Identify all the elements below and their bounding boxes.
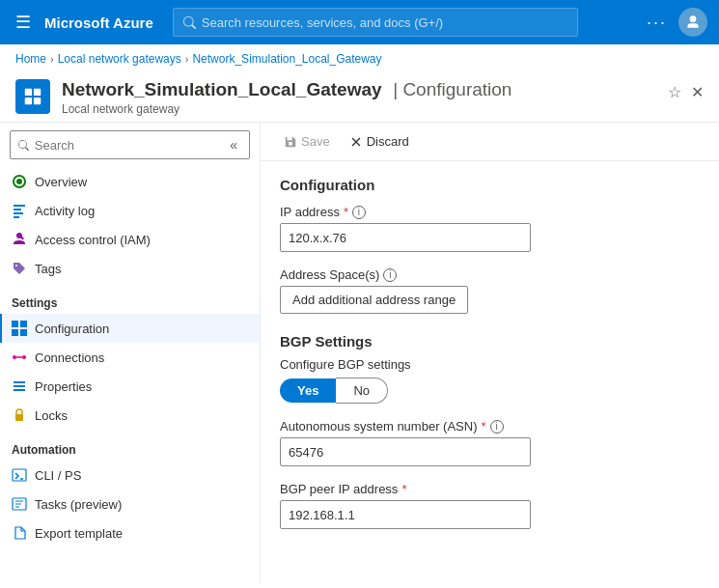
resource-header: Network_Simulation_Local_Gateway | Confi… [0, 73, 719, 123]
sidebar-item-overview-label: Overview [35, 175, 87, 189]
asn-info-icon[interactable]: i [490, 420, 504, 434]
resource-header-actions: ☆ ✕ [668, 79, 704, 101]
svg-point-12 [13, 355, 16, 359]
save-button[interactable]: Save [276, 130, 338, 153]
sidebar-item-properties[interactable]: Properties [0, 372, 260, 401]
sidebar-item-tasks[interactable]: Tasks (preview) [0, 490, 260, 518]
content-body: Configuration IP address * i Address Spa… [261, 161, 719, 560]
bgp-peer-required-marker: * [401, 482, 406, 496]
svg-rect-5 [14, 209, 21, 210]
asn-input[interactable] [280, 437, 531, 466]
bgp-peer-label: BGP peer IP address * [280, 482, 700, 496]
topbar-more-button[interactable]: ··· [647, 13, 667, 33]
tasks-icon [12, 496, 27, 512]
resource-title-block: Network_Simulation_Local_Gateway | Confi… [62, 79, 656, 116]
sidebar-item-locks[interactable]: Locks [0, 401, 260, 430]
ip-info-icon[interactable]: i [352, 206, 366, 219]
svg-rect-4 [14, 205, 25, 207]
breadcrumb-sep-1: › [50, 53, 54, 65]
sidebar-collapse-button[interactable]: « [226, 137, 241, 153]
sidebar-item-cli-label: CLI / PS [35, 468, 81, 483]
svg-rect-3 [34, 98, 41, 104]
search-icon [183, 16, 196, 29]
sidebar-item-export-label: Export template [35, 526, 123, 541]
address-space-label: Address Space(s) i [280, 267, 700, 282]
content-area: Save Discard Configuration IP address * … [261, 123, 719, 583]
svg-rect-11 [20, 329, 27, 336]
configure-bgp-label: Configure BGP settings [280, 357, 700, 372]
sidebar-settings-section: Settings [0, 283, 260, 314]
favorite-button[interactable]: ☆ [668, 83, 681, 101]
svg-point-13 [22, 355, 26, 359]
resource-icon [15, 79, 50, 114]
configuration-icon [12, 321, 27, 336]
sidebar-item-tags-label: Tags [35, 262, 61, 276]
breadcrumb-level2: Network_Simulation_Local_Gateway [192, 52, 381, 66]
breadcrumb: Home › Local network gateways › Network_… [0, 44, 719, 73]
hamburger-menu[interactable]: ☰ [12, 8, 35, 37]
sidebar-item-cli[interactable]: CLI / PS [0, 461, 260, 490]
config-section-title: Configuration [280, 177, 700, 193]
sidebar-search-icon [18, 139, 29, 152]
svg-rect-0 [25, 89, 32, 96]
svg-rect-10 [12, 329, 18, 336]
svg-rect-9 [20, 321, 27, 327]
azure-logo: Microsoft Azure [44, 14, 153, 31]
access-control-icon [12, 232, 27, 247]
address-space-info-icon[interactable]: i [383, 268, 397, 282]
svg-rect-15 [14, 385, 25, 387]
bgp-toggle-group: Yes No [280, 378, 700, 404]
activity-log-icon [12, 203, 27, 218]
ip-address-field-group: IP address * i [280, 205, 700, 252]
discard-button[interactable]: Discard [342, 130, 417, 153]
sidebar-item-access-control[interactable]: Access control (IAM) [0, 225, 260, 254]
bgp-section-title: BGP Settings [280, 333, 700, 350]
sidebar-item-export[interactable]: Export template [0, 518, 260, 547]
svg-rect-2 [25, 98, 32, 104]
export-icon [12, 525, 27, 541]
asn-label: Autonomous system number (ASN) * i [280, 419, 700, 434]
sidebar-item-access-control-label: Access control (IAM) [35, 233, 151, 247]
cli-icon [12, 467, 27, 483]
global-search-box[interactable]: Search resources, services, and docs (G+… [173, 8, 578, 37]
topbar-right: ··· [647, 8, 707, 37]
discard-icon [349, 135, 363, 149]
svg-rect-14 [14, 381, 25, 383]
address-space-field-group: Address Space(s) i Add additional addres… [280, 267, 700, 314]
avatar-icon [684, 14, 702, 31]
bgp-no-button[interactable]: No [336, 378, 388, 404]
sidebar-item-configuration-label: Configuration [35, 322, 109, 336]
resource-title: Network_Simulation_Local_Gateway | Confi… [62, 79, 656, 100]
sidebar: « Overview Activity log Access control (… [0, 123, 261, 583]
add-address-range-button[interactable]: Add additional address range [280, 286, 468, 314]
ip-address-label: IP address * i [280, 205, 700, 219]
sidebar-search-container[interactable]: « [10, 130, 250, 159]
sidebar-automation-section: Automation [0, 430, 260, 461]
user-avatar[interactable] [678, 8, 707, 37]
ip-required-marker: * [344, 205, 348, 219]
sidebar-item-overview[interactable]: Overview [0, 167, 260, 196]
main-layout: « Overview Activity log Access control (… [0, 123, 719, 583]
ip-address-input[interactable] [280, 223, 531, 252]
sidebar-item-tags[interactable]: Tags [0, 254, 260, 283]
sidebar-search-input[interactable] [35, 138, 220, 153]
topbar: ☰ Microsoft Azure Search resources, serv… [0, 0, 719, 44]
svg-rect-1 [34, 89, 41, 96]
global-search-placeholder: Search resources, services, and docs (G+… [202, 15, 443, 30]
breadcrumb-level1[interactable]: Local network gateways [58, 52, 181, 66]
content-toolbar: Save Discard [261, 123, 719, 161]
configure-bgp-field-group: Configure BGP settings Yes No [280, 357, 700, 404]
bgp-peer-input[interactable] [280, 500, 531, 529]
asn-required-marker: * [481, 419, 485, 434]
sidebar-item-activity-log[interactable]: Activity log [0, 196, 260, 225]
save-icon [284, 135, 297, 149]
svg-rect-18 [13, 469, 26, 481]
close-button[interactable]: ✕ [691, 83, 704, 101]
connections-icon [12, 350, 27, 365]
sidebar-item-configuration[interactable]: Configuration [0, 314, 260, 343]
svg-rect-7 [14, 216, 19, 218]
sidebar-item-connections[interactable]: Connections [0, 343, 260, 372]
bgp-yes-button[interactable]: Yes [280, 378, 336, 403]
breadcrumb-home[interactable]: Home [15, 52, 46, 66]
properties-icon [12, 378, 27, 394]
